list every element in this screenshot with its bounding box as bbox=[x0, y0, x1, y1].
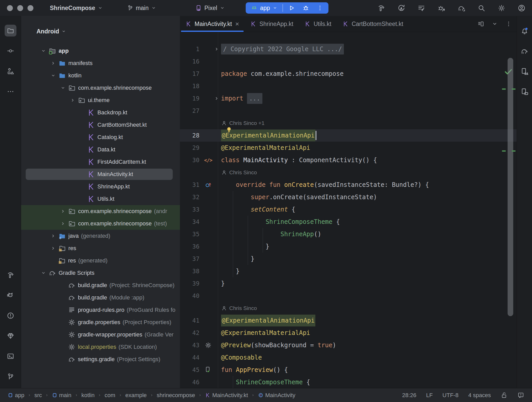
breadcrumb-main[interactable]: main bbox=[52, 392, 71, 399]
tree-item-kotlin[interactable]: kotlin bbox=[21, 69, 180, 82]
breadcrumb-app[interactable]: app bbox=[8, 392, 24, 399]
code-line-39[interactable]: 39} bbox=[180, 277, 517, 290]
tree-item-gradle-scripts[interactable]: Gradle Scripts bbox=[21, 267, 180, 279]
tree-item-gradle-properties-project-properties[interactable]: gradle.properties(Project Properties) bbox=[21, 316, 180, 328]
preview-run-icon[interactable] bbox=[205, 366, 212, 373]
code-line-18[interactable]: 18 bbox=[180, 80, 517, 92]
code-line-27[interactable]: 27 bbox=[180, 105, 517, 117]
device-selector[interactable]: Pixel bbox=[195, 5, 225, 12]
chevron-right-sm-icon[interactable] bbox=[60, 208, 66, 214]
tree-item-java-generated[interactable]: java(generated) bbox=[21, 230, 180, 242]
breadcrumb-mainactivity[interactable]: MainActivity bbox=[258, 392, 295, 399]
gradle-sync-button[interactable] bbox=[457, 4, 465, 12]
code-line-16[interactable]: 16 bbox=[180, 55, 517, 68]
tree-item-gradle-wrapper-properties-gradle-ver[interactable]: gradle-wrapper.properties(Gradle Ver bbox=[21, 328, 180, 341]
tree-item-com-example-shrinecompose-test[interactable]: com.example.shrinecompose(test) bbox=[21, 217, 180, 230]
chevron-down-button[interactable] bbox=[491, 21, 498, 27]
tab-utils-kt[interactable]: Utils.kt bbox=[299, 16, 337, 32]
zoom-window-button[interactable] bbox=[27, 5, 33, 11]
intention-bulb-icon[interactable] bbox=[226, 126, 232, 133]
tree-item-cartbottomsheet-kt[interactable]: CartBottomSheet.kt bbox=[21, 119, 180, 131]
tool-window-device-manager-button[interactable] bbox=[519, 66, 530, 77]
chevron-down-sm-icon[interactable] bbox=[41, 270, 46, 276]
code-line-35[interactable]: 35 ShrineApp() bbox=[180, 228, 517, 240]
tree-item-manifests[interactable]: manifests bbox=[21, 57, 180, 69]
code-line-37[interactable]: 37 } bbox=[180, 253, 517, 265]
search-button[interactable] bbox=[478, 4, 485, 12]
tree-item-proguard-rules-pro-proguard-rules-fo[interactable]: proguard-rules.pro(ProGuard Rules fo bbox=[21, 304, 180, 316]
breadcrumb-src[interactable]: src bbox=[34, 392, 42, 399]
chevron-down-sm-icon[interactable] bbox=[41, 48, 46, 54]
tree-item-res[interactable]: res bbox=[21, 242, 180, 254]
tool-window-build-tool-button[interactable] bbox=[5, 269, 16, 281]
breadcrumb-example[interactable]: example bbox=[125, 392, 147, 399]
build-button[interactable] bbox=[377, 4, 385, 12]
vcs-branch-widget[interactable]: main bbox=[127, 5, 157, 12]
tree-item-settings-gradle-project-settings[interactable]: settings.gradle(Project Settings) bbox=[21, 353, 180, 366]
code-line-19[interactable]: 19import ... bbox=[180, 92, 517, 105]
chevron-right-sm-icon[interactable] bbox=[50, 233, 56, 239]
tool-window-logcat-button[interactable] bbox=[5, 289, 16, 301]
code-line-34[interactable]: 34 ShrineComposeTheme { bbox=[180, 216, 517, 228]
debug-button[interactable] bbox=[302, 4, 309, 12]
code-line-17[interactable]: 17package com.example.shrinecompose bbox=[180, 68, 517, 80]
code-editor[interactable]: 1/ Copyright 2022 Google LLC .../1617pac… bbox=[180, 32, 517, 388]
apply-changes-button[interactable] bbox=[397, 4, 405, 12]
tree-item-ui-theme[interactable]: ui.theme bbox=[21, 94, 180, 106]
code-line-43[interactable]: 43@Preview(showBackground = true) bbox=[180, 339, 517, 351]
code-line-32[interactable]: 32 super.onCreate(savedInstanceState) bbox=[180, 191, 517, 203]
close-window-button[interactable] bbox=[7, 5, 13, 11]
close-icon[interactable]: × bbox=[235, 21, 239, 27]
file-encoding[interactable]: UTF-8 bbox=[443, 392, 458, 399]
folded-region[interactable]: ... bbox=[247, 93, 262, 104]
attach-debugger-button[interactable] bbox=[437, 4, 445, 12]
tool-window-problems-button[interactable] bbox=[5, 310, 16, 322]
tree-item-app[interactable]: app bbox=[21, 45, 180, 57]
gear-gutter-icon[interactable] bbox=[205, 342, 212, 349]
breadcrumb-com[interactable]: com bbox=[105, 392, 115, 399]
chevron-right-sm-icon[interactable] bbox=[50, 60, 56, 66]
code-line-29[interactable]: 29@ExperimentalMaterialApi bbox=[180, 142, 517, 154]
line-separator[interactable]: LF bbox=[426, 392, 433, 399]
caret-position[interactable]: 28:26 bbox=[402, 392, 416, 399]
settings-button[interactable] bbox=[498, 4, 506, 12]
stripe-mark[interactable] bbox=[512, 88, 516, 90]
account-button[interactable] bbox=[518, 4, 526, 12]
related-symbol-icon[interactable]: </> bbox=[204, 157, 212, 163]
tool-window-structure-button[interactable] bbox=[5, 65, 16, 77]
more-vertical-button[interactable] bbox=[505, 21, 512, 27]
indent-style[interactable]: 4 spaces bbox=[468, 392, 491, 399]
override-icon[interactable] bbox=[205, 181, 212, 188]
tab-cartbottomsheet-kt[interactable]: CartBottomSheet.kt bbox=[337, 16, 409, 32]
tree-item-com-example-shrinecompose-andr[interactable]: com.example.shrinecompose(andr bbox=[21, 205, 180, 217]
code-line-31[interactable]: 31 override fun onCreate(savedInstanceSt… bbox=[180, 179, 517, 191]
tree-item-shrineapp-kt[interactable]: ShrineApp.kt bbox=[21, 180, 180, 193]
folded-region[interactable]: / Copyright 2022 Google LLC .../ bbox=[221, 44, 344, 54]
tool-window-notifications-button[interactable] bbox=[519, 25, 530, 36]
tree-item-build-gradle-module-app[interactable]: build.gradle(Module :app) bbox=[21, 291, 180, 304]
code-line-36[interactable]: 36 } bbox=[180, 240, 517, 253]
breadcrumb-shrinecompose[interactable]: shrinecompose bbox=[157, 392, 195, 399]
chevron-down-sm-icon[interactable] bbox=[60, 85, 66, 91]
chevron-down-sm-icon[interactable] bbox=[50, 73, 56, 78]
tool-window-gradle-button[interactable] bbox=[519, 45, 530, 57]
code-line-1[interactable]: 1/ Copyright 2022 Google LLC .../ bbox=[180, 43, 517, 55]
tree-item-data-kt[interactable]: Data.kt bbox=[21, 143, 180, 156]
tab-shrineapp-kt[interactable]: ShrineApp.kt bbox=[245, 16, 299, 32]
code-line-45[interactable]: 45fun AppPreview() { bbox=[180, 364, 517, 376]
tree-item-res-generated[interactable]: res(generated) bbox=[21, 254, 180, 267]
tool-window-more-tools-button[interactable] bbox=[5, 86, 16, 97]
code-line-33[interactable]: 33 setContent { bbox=[180, 203, 517, 216]
tool-window-project-button[interactable] bbox=[5, 25, 16, 36]
lock-open-button[interactable] bbox=[501, 392, 508, 399]
tab-mainactivity-kt[interactable]: MainActivity.kt× bbox=[180, 16, 245, 32]
breadcrumb-kotlin[interactable]: kotlin bbox=[81, 392, 95, 399]
tab-list-button[interactable] bbox=[478, 21, 484, 27]
code-line-42[interactable]: 42@ExperimentalMaterialApi bbox=[180, 327, 517, 339]
code-line-46[interactable]: 46 ShrineComposeTheme { bbox=[180, 376, 517, 388]
code-line-40[interactable]: 40 bbox=[180, 290, 517, 302]
chevron-right-sm-icon[interactable] bbox=[214, 96, 219, 101]
tool-window-running-devices-button[interactable] bbox=[519, 86, 530, 97]
tree-item-mainactivity-kt[interactable]: MainActivity.kt bbox=[21, 168, 180, 180]
tree-item-firstaddcartitem-kt[interactable]: FirstAddCartItem.kt bbox=[21, 156, 180, 168]
